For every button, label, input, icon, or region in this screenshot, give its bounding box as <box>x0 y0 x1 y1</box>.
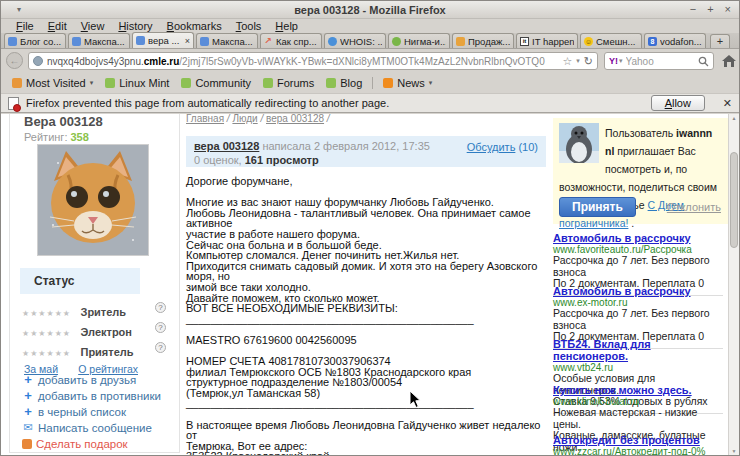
navigation-toolbar: ← nvqxq4dbojvs4y3pnu.cmle.ru/2jmj7l5rSw0… <box>1 49 739 73</box>
menu-help[interactable]: Help <box>268 19 305 33</box>
accept-button[interactable]: Принять <box>559 197 636 217</box>
breadcrumb-people[interactable]: Люди <box>232 114 257 124</box>
menu-edit[interactable]: Edit <box>41 19 74 33</box>
tab-nigma[interactable]: Нигма-и... <box>388 33 450 48</box>
ad-title-link[interactable]: Автомобиль в рассрочку <box>553 232 723 244</box>
tab-favicon-icon <box>328 37 337 46</box>
linuxmint-icon <box>263 78 273 88</box>
close-button[interactable]: × <box>725 3 731 15</box>
maximize-button[interactable]: + <box>707 3 713 15</box>
tab-kak-spr[interactable]: ↗ Как спр... <box>260 33 322 48</box>
bookmark-star-icon[interactable]: ☆ <box>562 55 572 68</box>
help-question-icon[interactable]: ? <box>155 322 166 333</box>
action-add-opponent[interactable]: + добавить в противники <box>22 388 178 403</box>
tab-blog[interactable]: Блог со... <box>4 33 66 48</box>
rank-stars-icon: ★★★★★★ <box>22 349 71 358</box>
decline-link[interactable]: Отклонить <box>667 201 721 213</box>
bookmark-label: Linux Mint <box>119 77 169 89</box>
url-bar[interactable]: nvqxq4dbojvs4y3pnu.cmle.ru/2jmj7l5rSw0yV… <box>28 52 598 70</box>
action-blacklist[interactable]: + в черный список <box>22 404 178 419</box>
rank-row-elektron: ★★★★★★ Электрон ? <box>22 322 168 336</box>
url-text[interactable]: nvqxq4dbojvs4y3pnu.cmle.ru/2jmj7l5rSw0yV… <box>47 56 562 67</box>
allow-button[interactable]: Allow <box>651 95 705 111</box>
url-dropdown-icon[interactable]: ▾ <box>576 57 580 65</box>
tab-label: Как спр... <box>276 36 318 47</box>
notification-close-icon[interactable]: ✕ <box>723 97 732 110</box>
tab-vodafone[interactable]: 8 vodafon... <box>644 33 706 48</box>
reload-icon[interactable]: ↻ <box>584 55 593 68</box>
new-tab-button[interactable]: + <box>710 34 730 48</box>
post-header: вера 003128 написала 2 февраля 2012, 17:… <box>186 136 546 167</box>
action-make-gift[interactable]: Сделать подарок <box>22 436 178 451</box>
window-title: вера 003128 - Mozilla Firefox <box>1 4 739 16</box>
ad-title-link[interactable]: ВТБ24. Вклад для пенсионеров. <box>553 338 723 362</box>
tab-smeshn[interactable]: ☺ Смешн... <box>580 33 642 48</box>
discuss-link[interactable]: Обсудить (10) <box>467 141 538 153</box>
tab-whois[interactable]: WHOIS: ... <box>324 33 386 48</box>
tab-close-icon[interactable]: × <box>185 36 190 46</box>
bookmark-forums[interactable]: Forums <box>257 75 320 91</box>
bookmark-label: Forums <box>277 77 314 89</box>
scroll-up-icon[interactable]: ▲ <box>729 115 739 121</box>
tab-maxpark-2[interactable]: Макспа... <box>196 33 258 48</box>
action-label: добавить в противники <box>38 390 161 402</box>
window-menu-icon[interactable]: ▾ <box>17 5 21 14</box>
post-body-text: Дорогие форумчане, Многие из вас знают н… <box>186 176 542 455</box>
search-bar[interactable]: Y! ▾ Yahoo <box>604 52 714 70</box>
action-add-friend[interactable]: + добавить в друзья <box>22 372 178 387</box>
menu-history[interactable]: History <box>111 19 159 33</box>
vertical-scrollbar[interactable]: ▲ ▼ <box>728 114 739 455</box>
minimize-button[interactable]: − <box>690 3 696 15</box>
tab-label: вера ... <box>148 35 183 46</box>
ad-description: Ножевая мастерская - низкие цены. <box>553 407 723 430</box>
post-author-link[interactable]: вера 003128 <box>194 140 259 152</box>
tab-prodazh[interactable]: Продаж... <box>452 33 514 48</box>
tab-label: Продаж... <box>468 36 510 47</box>
linuxmint-icon <box>326 78 336 88</box>
rank-label: Приятель <box>80 346 133 358</box>
action-send-postcard[interactable]: ✉ Отправить открытку <box>22 452 178 455</box>
menu-view[interactable]: View <box>74 19 112 33</box>
title-bar[interactable]: ▾ вера 003128 - Mozilla Firefox − + × <box>1 1 739 19</box>
bookmark-community[interactable]: Community <box>175 75 257 91</box>
bookmark-most-visited[interactable]: Most Visited ▾ <box>6 75 99 91</box>
help-question-icon[interactable]: ? <box>155 342 166 353</box>
scroll-down-icon[interactable]: ▼ <box>729 448 739 454</box>
action-label: Написать сообщение <box>38 422 152 434</box>
search-input[interactable]: Yahoo <box>626 56 698 67</box>
ad-title-link[interactable]: Купить нож можно здесь. <box>553 384 723 396</box>
tab-label: Макспа... <box>212 36 254 47</box>
tab-label: Макспа... <box>84 36 126 47</box>
home-button[interactable] <box>721 54 737 72</box>
tab-favicon-icon <box>72 37 81 46</box>
ad-title-link[interactable]: Автомобиль в рассрочку <box>553 285 723 297</box>
breadcrumb-user[interactable]: вера 003128 <box>266 114 324 124</box>
tab-maxpark-1[interactable]: Макспа... <box>68 33 130 48</box>
tab-vera-active[interactable]: вера ... × <box>132 32 194 48</box>
search-engine-dropdown-icon[interactable]: ▾ <box>619 57 623 65</box>
back-button[interactable]: ← <box>6 52 23 69</box>
menu-tools[interactable]: Tools <box>229 19 269 33</box>
yahoo-engine-icon[interactable]: Y! <box>609 56 618 66</box>
bookmark-news[interactable]: News ▾ <box>377 75 438 91</box>
scrollbar-thumb[interactable] <box>730 152 738 248</box>
tab-favicon-icon <box>8 37 17 46</box>
tab-label: Нигма-и... <box>404 36 446 47</box>
menu-bookmarks[interactable]: Bookmarks <box>160 19 229 33</box>
home-icon <box>721 54 737 68</box>
tab-favicon-icon <box>456 37 465 46</box>
breadcrumb-home[interactable]: Главная <box>186 114 224 124</box>
action-label: в черный список <box>38 406 126 418</box>
bookmark-blog[interactable]: Blog <box>320 75 368 91</box>
bookmark-label: Community <box>195 77 251 89</box>
help-question-icon[interactable]: ? <box>155 302 166 313</box>
bookmark-linux-mint[interactable]: Linux Mint <box>99 75 175 91</box>
menu-file[interactable]: File <box>9 19 41 33</box>
post-meta: написала 2 февраля 2012, 17:35 <box>259 140 430 152</box>
profile-rating: Рейтинг: 358 <box>24 131 89 143</box>
ad-description: Рассрочка до 7 лет. Без первого взноса <box>553 255 723 278</box>
ad-title-link[interactable]: Автокредит без процентов <box>553 434 723 446</box>
action-write-message[interactable]: ✉ Написать сообщение <box>22 420 178 435</box>
tab-it-happens[interactable]: it IT happens <box>516 33 578 48</box>
search-icon[interactable] <box>698 56 709 67</box>
